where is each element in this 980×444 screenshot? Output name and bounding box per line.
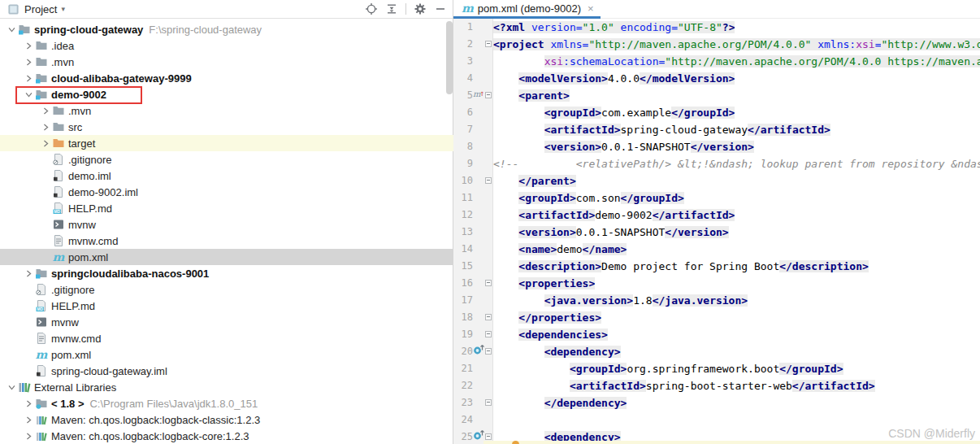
code-line-12[interactable]: 12 <artifactId>demo-9002</artifactId>	[453, 207, 980, 224]
code-line-7[interactable]: 7 <artifactId>spring-cloud-gateway</arti…	[453, 121, 980, 138]
gutter-icon-spacer	[473, 309, 485, 326]
tree-row-spring-cloud-gateway.iml[interactable]: spring-cloud-gateway.iml	[0, 363, 453, 379]
tree-row-pom.xml[interactable]: mpom.xml	[0, 346, 453, 363]
chevron-right-icon[interactable]	[22, 72, 35, 85]
svg-text:MD: MD	[54, 210, 60, 214]
fold-start-icon[interactable]	[485, 433, 492, 440]
project-panel-title[interactable]: Project	[24, 3, 57, 15]
code-line-6[interactable]: 6 <groupId>com.example</groupId>	[453, 104, 980, 121]
warning-dot-icon	[512, 441, 519, 444]
tree-row-mvnw.cmd[interactable]: mvnw.cmd	[0, 330, 453, 346]
chevron-right-icon[interactable]	[39, 120, 52, 133]
code-line-16[interactable]: 16 <properties>	[453, 275, 980, 292]
code-line-21[interactable]: 21 <groupId>org.springframework.boot</gr…	[453, 360, 980, 377]
chevron-spacer	[22, 348, 35, 361]
chevron-right-icon[interactable]	[22, 55, 35, 68]
chevron-down-icon[interactable]: ▾	[61, 5, 65, 13]
code-line-17[interactable]: 17 <java.version>1.8</java.version>	[453, 292, 980, 309]
tree-row--1.8-[interactable]: < 1.8 >C:\Program Files\Java\jdk1.8.0_15…	[0, 395, 453, 411]
chevron-right-icon[interactable]	[22, 39, 35, 52]
gutter-icon-spacer	[473, 207, 485, 224]
code-line-24[interactable]: 24	[453, 411, 980, 429]
code-line-15[interactable]: 15 <description>Demo project for Spring …	[453, 258, 980, 275]
tree-row-help.md[interactable]: MDHELP.md	[0, 298, 453, 314]
tree-row-.idea[interactable]: .idea	[0, 37, 453, 54]
tree-row-external-libraries[interactable]: External Libraries	[0, 379, 453, 395]
minimize-icon[interactable]	[434, 2, 447, 15]
maven-up-icon[interactable]: m↑	[473, 87, 485, 104]
fold-start-icon[interactable]	[485, 92, 492, 98]
tree-row-springcloudalibaba-nacos-9001[interactable]: springcloudalibaba-nacos-9001	[0, 265, 453, 281]
fold-start-icon[interactable]	[485, 348, 492, 355]
code-line-3[interactable]: 3 xsi:schemaLocation="http://maven.apach…	[453, 53, 980, 70]
tree-row-spring-cloud-gateway[interactable]: spring-cloud-gatewayF:\spring-cloud-gate…	[0, 21, 453, 37]
tree-row-mvnw[interactable]: mvnw	[0, 314, 453, 330]
chevron-right-icon[interactable]	[22, 413, 35, 426]
override-up-icon[interactable]	[473, 343, 485, 360]
chevron-down-icon[interactable]	[5, 23, 18, 36]
tree-row-mvnw[interactable]: mvnw	[0, 216, 453, 233]
code-line-18[interactable]: 18 </properties>	[453, 309, 980, 326]
tab-pom-xml[interactable]: m pom.xml (demo-9002) ×	[453, 0, 601, 19]
fold-end-icon[interactable]	[485, 314, 492, 320]
code-line-4[interactable]: 4 <modelVersion>4.0.0</modelVersion>	[453, 70, 980, 87]
maven-file-icon: m	[35, 348, 48, 361]
code-line-14[interactable]: 14 <name>demo</name>	[453, 241, 980, 258]
tree-row-cloud-alibaba-gateway-9999[interactable]: cloud-alibaba-gateway-9999	[0, 70, 453, 86]
locate-icon[interactable]	[365, 2, 378, 15]
tree-scrollbar[interactable]	[446, 21, 453, 94]
folder-icon	[52, 104, 65, 117]
code-line-22[interactable]: 22 <artifactId>spring-boot-starter-web</…	[453, 377, 980, 394]
tree-row-help.md[interactable]: MDHELP.md	[0, 200, 453, 216]
code-editor[interactable]: 1<?xml version="1.0" encoding="UTF-8"?>2…	[453, 19, 980, 444]
editor-tab-bar: m pom.xml (demo-9002) ×	[453, 0, 980, 19]
code-line-10[interactable]: 10 </parent>	[453, 172, 980, 189]
chevron-right-icon[interactable]	[39, 137, 52, 150]
fold-start-icon[interactable]	[485, 280, 492, 286]
fold-start-icon[interactable]	[485, 331, 492, 337]
code-line-9[interactable]: 9<!-- <relativePath/> &lt;!&ndash; looku…	[453, 155, 980, 172]
tree-row-.mvn[interactable]: .mvn	[0, 54, 453, 70]
fold-end-icon[interactable]	[485, 399, 492, 406]
tree-row-maven-ch.qos.logback-logback-core-1.2.3[interactable]: Maven: ch.qos.logback:logback-core:1.2.3	[0, 428, 453, 444]
fold-end-icon[interactable]	[485, 177, 492, 184]
code-line-20[interactable]: 20 <dependency>	[453, 343, 980, 360]
tree-row-maven-ch.qos.logback-logback-classic-1.2.3[interactable]: Maven: ch.qos.logback:logback-classic:1.…	[0, 411, 453, 428]
tree-row-mvnw.cmd[interactable]: mvnw.cmd	[0, 233, 453, 249]
tree-row-.gitignore[interactable]: .gitignore	[0, 151, 453, 168]
code-line-13[interactable]: 13 <version>0.0.1-SNAPSHOT</version>	[453, 224, 980, 241]
close-icon[interactable]: ×	[588, 2, 594, 15]
tree-row-pom.xml[interactable]: mpom.xml	[0, 249, 453, 265]
chevron-right-icon[interactable]	[39, 104, 52, 117]
tree-row-target[interactable]: target	[0, 135, 453, 151]
tree-row-demo-9002[interactable]: demo-9002	[0, 86, 453, 102]
gutter-icon-spacer	[473, 138, 485, 155]
code-line-11[interactable]: 11 <groupId>com.son</groupId>	[453, 189, 980, 207]
tree-row-src[interactable]: src	[0, 119, 453, 135]
code-line-19[interactable]: 19 <dependencies>	[453, 326, 980, 343]
fold-start-icon[interactable]	[485, 41, 492, 47]
tree-row-.gitignore[interactable]: .gitignore	[0, 281, 453, 298]
settings-icon[interactable]	[414, 2, 427, 15]
code-line-1[interactable]: 1<?xml version="1.0" encoding="UTF-8"?>	[453, 19, 980, 36]
tree-row-demo.iml[interactable]: demo.iml	[0, 168, 453, 184]
chevron-down-icon[interactable]	[22, 88, 35, 101]
chevron-right-icon[interactable]	[22, 267, 35, 280]
chevron-right-icon[interactable]	[22, 397, 35, 410]
tree-row-.mvn[interactable]: .mvn	[0, 102, 453, 119]
collapse-all-icon[interactable]	[385, 2, 398, 15]
chevron-spacer	[22, 364, 35, 377]
chevron-spacer	[39, 234, 52, 247]
gutter-icon-spacer	[473, 104, 485, 121]
tree-item-path: C:\Program Files\Java\jdk1.8.0_151	[89, 398, 258, 410]
code-line-2[interactable]: 2<project xmlns="http://maven.apache.org…	[453, 36, 980, 53]
code-line-8[interactable]: 8 <version>0.0.1-SNAPSHOT</version>	[453, 138, 980, 155]
chevron-down-icon[interactable]	[5, 381, 18, 394]
chevron-right-icon[interactable]	[22, 429, 35, 442]
tree-row-demo-9002.iml[interactable]: demo-9002.iml	[0, 184, 453, 200]
md-file-icon: MD	[52, 202, 65, 215]
line-number: 7	[453, 121, 473, 138]
line-number: 6	[453, 104, 473, 121]
code-line-5[interactable]: 5m↑ <parent>	[453, 87, 980, 104]
code-line-23[interactable]: 23 </dependency>	[453, 394, 980, 411]
